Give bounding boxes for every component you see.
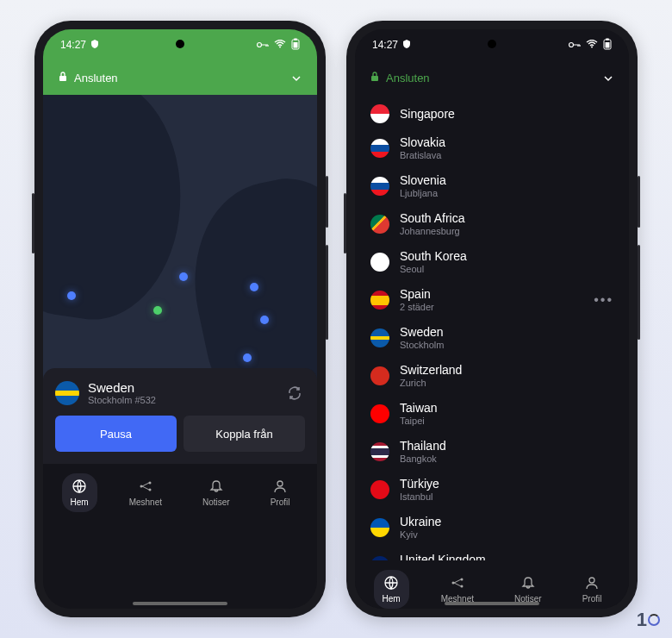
- flag-icon: [370, 404, 389, 423]
- lock-icon: [370, 72, 379, 84]
- svg-rect-16: [371, 76, 378, 81]
- country-row[interactable]: United Kingdom4 städer•••: [355, 547, 629, 560]
- flag-icon: [370, 556, 389, 560]
- key-icon: [569, 39, 581, 51]
- flag-icon: [370, 177, 389, 196]
- flag-icon: [370, 518, 389, 537]
- flag-icon: [370, 291, 389, 310]
- country-sub: Stockholm: [400, 340, 613, 351]
- flag-icon: [55, 381, 79, 405]
- country-row[interactable]: SwedenStockholm: [355, 319, 629, 357]
- flag-icon: [370, 215, 389, 234]
- meshnet-icon: [138, 478, 153, 494]
- svg-rect-14: [606, 38, 609, 40]
- lock-icon: [59, 72, 67, 84]
- vpn-status-icon: [90, 39, 99, 51]
- bottom-nav: Hem Meshnet Notiser Profil: [43, 464, 317, 521]
- flag-icon: [370, 253, 389, 272]
- bell-icon: [208, 478, 224, 494]
- flag-icon: [370, 366, 389, 385]
- svg-rect-4: [294, 42, 298, 48]
- country-row[interactable]: Spain2 städer•••: [355, 281, 629, 319]
- nav-home[interactable]: Hem: [62, 473, 97, 512]
- home-bar[interactable]: [445, 602, 539, 605]
- country-sub: Johannesburg: [400, 226, 613, 237]
- country-row[interactable]: SlovakiaBratislava: [355, 129, 629, 167]
- svg-point-0: [258, 43, 262, 47]
- disconnect-button[interactable]: Koppla från: [184, 416, 305, 452]
- profile-icon: [272, 478, 288, 494]
- flag-icon: [370, 328, 389, 347]
- country-name: Switzerland: [400, 363, 613, 378]
- refresh-button[interactable]: [284, 383, 305, 403]
- country-name: Türkiye: [400, 477, 613, 491]
- connected-server: Stockholm #532: [88, 395, 276, 405]
- flag-icon: [370, 480, 389, 499]
- nav-label: Notiser: [202, 497, 230, 507]
- country-sub: Taipei: [400, 416, 613, 427]
- svg-rect-5: [59, 76, 66, 81]
- connection-header[interactable]: Ansluten: [43, 60, 317, 95]
- country-sub: Bangkok: [400, 453, 613, 465]
- nav-notifications[interactable]: Notiser: [194, 473, 239, 512]
- battery-icon: [603, 38, 612, 53]
- status-time: 14:27: [60, 39, 86, 51]
- country-row[interactable]: SloveniaLjubljana: [355, 167, 629, 205]
- country-row[interactable]: TürkiyeIstanbul: [355, 471, 629, 509]
- country-row[interactable]: South AfricaJohannesburg: [355, 205, 629, 243]
- svg-rect-15: [606, 42, 610, 48]
- globe-icon: [72, 478, 87, 494]
- country-name: South Korea: [400, 249, 613, 264]
- country-row[interactable]: UkraineKyiv: [355, 509, 629, 547]
- bell-icon: [520, 575, 536, 591]
- flag-icon: [370, 139, 389, 158]
- flag-icon: [370, 104, 389, 123]
- connection-status: Ansluten: [386, 72, 430, 84]
- wifi-icon: [586, 39, 598, 51]
- vpn-status-icon: [402, 39, 411, 51]
- svg-point-21: [589, 578, 594, 583]
- key-icon: [257, 39, 269, 51]
- country-sub: Istanbul: [400, 491, 613, 503]
- wifi-icon: [274, 39, 286, 51]
- country-row[interactable]: South KoreaSeoul: [355, 243, 629, 281]
- nav-label: Profil: [582, 594, 602, 604]
- country-name: Singapore: [400, 107, 613, 122]
- camera-notch: [176, 40, 184, 48]
- pause-button[interactable]: Pausa: [55, 416, 177, 452]
- chevron-down-icon[interactable]: [603, 70, 613, 85]
- country-sub: Seoul: [400, 264, 613, 275]
- battery-icon: [291, 38, 300, 53]
- country-name: Ukraine: [400, 515, 613, 529]
- connection-status: Ansluten: [74, 72, 118, 84]
- status-time: 14:27: [372, 39, 398, 51]
- nav-meshnet[interactable]: Meshnet: [121, 473, 171, 512]
- nav-profile[interactable]: Profil: [262, 473, 299, 512]
- connection-header[interactable]: Ansluten: [355, 60, 629, 95]
- svg-point-10: [277, 481, 283, 486]
- country-name: Spain: [400, 287, 583, 302]
- connected-country: Sweden: [88, 380, 276, 395]
- server-map[interactable]: Sweden Stockholm #532 Pausa Koppla från: [43, 95, 317, 464]
- country-row[interactable]: SwitzerlandZurich: [355, 357, 629, 395]
- country-list[interactable]: SingaporeSlovakiaBratislavaSloveniaLjubl…: [355, 95, 629, 560]
- profile-icon: [584, 575, 600, 591]
- nav-label: Profil: [271, 497, 290, 507]
- nav-label: Hem: [71, 497, 89, 507]
- home-bar[interactable]: [133, 602, 227, 605]
- country-name: Taiwan: [400, 401, 613, 416]
- more-icon[interactable]: •••: [594, 292, 613, 308]
- country-sub: 2 städer: [400, 302, 583, 313]
- country-row[interactable]: Singapore: [355, 98, 629, 129]
- watermark-logo: 1: [637, 609, 660, 631]
- country-row[interactable]: ThailandBangkok: [355, 433, 629, 471]
- nav-home[interactable]: Hem: [374, 570, 409, 609]
- meshnet-icon: [450, 575, 465, 591]
- country-name: Sweden: [400, 325, 613, 340]
- chevron-down-icon[interactable]: [291, 70, 302, 85]
- more-icon[interactable]: •••: [594, 558, 613, 560]
- country-row[interactable]: TaiwanTaipei: [355, 395, 629, 433]
- country-name: Slovenia: [400, 173, 613, 188]
- flag-icon: [370, 442, 389, 461]
- nav-profile[interactable]: Profil: [574, 570, 611, 609]
